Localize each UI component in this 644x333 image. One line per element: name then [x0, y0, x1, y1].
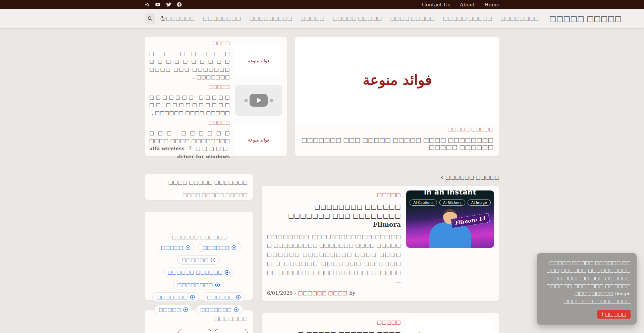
top-link-contact[interactable]: Contact Us [422, 2, 450, 8]
top-links: Contact Us About Home [422, 2, 499, 8]
label-pill[interactable]: □□□□□ [215, 329, 248, 333]
plus-circle-icon [234, 307, 239, 312]
featured-category[interactable]: □□□□□ □□□□□ [301, 126, 493, 132]
camtasia-logo-text: Camtasia [406, 326, 494, 333]
chevron-left-icon: ‹ [441, 174, 443, 180]
cookie-consent-popup: □□ □□□□□□ □□□□□ □□□□□ □□□□□□□□□□ □□□□□□ … [537, 253, 637, 325]
site-title[interactable]: □□□□□ □□□□□ [549, 14, 622, 23]
tag-pill[interactable]: □□□□□□□ [152, 292, 200, 302]
tags-widget: □□□□□□ □□□□□□ □□□□□□ □□□□□ □□□□□□ □□□□□□… [145, 212, 253, 300]
post-title[interactable]: □□□□ □□□□□□ □□□□□ □ □□□□□ □□□□□□□ Camtas… [267, 330, 401, 333]
post-excerpt: □□□□□ □□□□□□□□ □□□ □□□□□□□□ □□□□□ □□□□ □… [267, 232, 401, 286]
widget-link[interactable]: □□□□□ □□□□□ □□□□ [150, 192, 248, 198]
plus-circle-icon [190, 295, 195, 300]
post-category[interactable]: □□□□□ [267, 319, 401, 325]
cookie-learn-more-link[interactable]: □□□□□□□□□ □□ □□□□ [564, 298, 631, 304]
tag-pill[interactable]: □□□□□ [157, 243, 195, 252]
cookie-message: □□ □□□□□□ □□□□□ □□□□□ □□□□□□□□□□ □□□□□□ … [543, 259, 631, 305]
thumbnail-arabic-text: فوائد منوعة [248, 137, 269, 143]
featured-title[interactable]: □□□□□□□□ □□□□ □□□□□ □□□□□ □□□ □□□□□□□ □□… [301, 136, 493, 151]
hero-section: □□□□ □□□□□ □□ □□□□□□□□□□ □□□□□□□ □□□ □□□… [145, 37, 499, 156]
post-category[interactable]: □□□□□ [267, 192, 401, 198]
menu-item-8[interactable]: □□□□□□□□ [500, 15, 538, 21]
featured-image-arabic-text: فوائد منوعة [363, 72, 432, 88]
plus-circle-icon [236, 295, 241, 300]
thumbnail-chip: AI Image [468, 200, 491, 206]
latest-posts-link[interactable]: ‹ □□□□□□ □□□□□ [262, 174, 499, 180]
post-thumbnail[interactable]: فوائد منوعة [235, 125, 282, 156]
post-title[interactable]: □□□□□□ □□□□□□□□ □□□□□□□□ □□□ □□□□□□□ Fil… [267, 202, 401, 229]
page-content: □□□□ □□□□□ □□ □□□□□□□□□□ □□□□□□□ □□□ □□□… [145, 37, 499, 333]
featured-post-card[interactable]: فوائد منوعة □□□□□ □□□□□ □□□□□□□□ □□□□ □□… [295, 37, 499, 156]
search-icon [147, 16, 153, 21]
widget-title: □□□□□□□ □□□□□ □□□□ [150, 179, 248, 185]
moon-icon [160, 15, 166, 21]
top-link-home[interactable]: Home [484, 2, 499, 8]
posts-feed: ‹ □□□□□□ □□□□□ □□□□□ □□□□□□ □□□□□□□□ □□□… [262, 174, 499, 333]
featured-image[interactable]: فوائد منوعة [295, 37, 499, 123]
side-post-1[interactable]: □□□□ □□□□□ □□ □□□□□□□□□□ □□□□□□□ □□□ □□□… [147, 39, 284, 82]
thumbnail-arabic-text: فوائد منوعة [248, 58, 269, 63]
youtube-icon[interactable] [155, 2, 161, 7]
post-thumbnail[interactable]: فوائد منوعة [235, 45, 282, 76]
post-thumbnail-filmora[interactable]: in an instant AI Captions AI Stickers AI… [406, 190, 494, 248]
thumbnail-chip: AI Captions [410, 200, 437, 206]
feed-post-2: □□□□□ □□□□ □□□□□□ □□□□□ □ □□□□□ □□□□□□□ … [262, 313, 499, 333]
twitter-icon[interactable] [166, 2, 171, 7]
menu-item-7[interactable]: □□□□□ □□□□□ [443, 15, 492, 21]
contact-widget: □□□□□□□ □□□□□ □□□□ □□□□□ □□□□□ □□□□ [145, 174, 253, 200]
search-button[interactable] [145, 13, 155, 24]
tag-pill[interactable]: □□□□□□ [177, 255, 220, 265]
post-category[interactable]: □□□□□ [149, 84, 230, 89]
cookie-accept-button[interactable]: □□□□□ ! [597, 310, 631, 319]
menu-item-3[interactable]: □□□□□□□□□ [249, 15, 292, 21]
tag-pill[interactable]: □□□□□□ [203, 292, 245, 302]
thumbnail-chip: AI Stickers [439, 200, 465, 206]
menu-item-2[interactable]: □□□□□□□□ [203, 15, 241, 21]
tags-widget-label: □□□□□□ □□□□□□ [172, 234, 227, 240]
side-post-2[interactable]: □□□□□ □□□□□ □□□□□□□ □□□□□□□□□□ □□ □□□□□ … [147, 82, 284, 118]
menu-item-4[interactable]: □□□□□ [301, 15, 324, 21]
menu-item-1[interactable]: □□□□□□ [166, 15, 195, 21]
plus-circle-icon [231, 245, 236, 250]
social-links [145, 2, 182, 7]
feed-post-1: □□□□□ □□□□□□ □□□□□□□□ □□□□□□□□ □□□ □□□□□… [262, 186, 499, 301]
tag-pill[interactable]: □□□□□□□ [196, 305, 243, 314]
post-author[interactable]: □□□□□□ □□□□ [298, 290, 347, 296]
plus-circle-icon [225, 270, 230, 275]
main-navbar: □□□□□□ □□□□□□□□ □□□□□□□□□ □□□□□ □□□□□ □□… [0, 9, 644, 28]
post-title[interactable]: □□□□□ □□ □□□□□□□□□□ □□□□□□□ □□□ □□□□ □□□… [149, 50, 230, 81]
post-thumbnail-camtasia[interactable]: Camtasia [406, 318, 494, 333]
dark-mode-toggle[interactable] [160, 15, 166, 21]
side-post-3[interactable]: □□□□□ □□□□□□ □□□ □□□□□□□□ □□□□ □□□□ □□□□… [147, 118, 284, 162]
plus-circle-icon [185, 245, 191, 250]
menu-item-6[interactable]: □□□□ □□□□□ [390, 15, 434, 21]
menu-item-5[interactable]: □□□□□ □□□□□ [333, 15, 382, 21]
sidebar: □□□□□□□ □□□□□ □□□□ □□□□□ □□□□□ □□□□ □□□□… [145, 174, 253, 333]
post-video-thumbnail[interactable] [235, 85, 282, 116]
plus-circle-icon [215, 282, 220, 287]
tag-pill[interactable]: □□□□□□ [198, 243, 241, 252]
post-date: 6/01/2025 - [267, 290, 296, 296]
post-category[interactable]: □□□□□ [149, 120, 230, 125]
plus-circle-icon [183, 307, 188, 312]
widget-title: □□□□□□□ [150, 316, 248, 322]
tag-pill[interactable]: □□□□□□□□ [173, 280, 225, 289]
post-title[interactable]: □□□□□□ □□□ □□□□□□□□ □□□□ □□□□ □□□□□ 7 al… [149, 129, 230, 161]
main-menu: □□□□□□ □□□□□□□□ □□□□□□□□□ □□□□□ □□□□□ □□… [166, 15, 539, 21]
top-bar: Contact Us About Home [0, 0, 644, 9]
facebook-icon[interactable] [177, 2, 182, 7]
byline-label: by [349, 290, 355, 296]
post-category[interactable]: □□□□ [149, 40, 230, 46]
top-link-about[interactable]: About [460, 2, 475, 8]
lower-section: □□□□□□□ □□□□□ □□□□ □□□□□ □□□□□ □□□□ □□□□… [145, 174, 499, 333]
thumbnail-headline: in an instant [406, 190, 494, 196]
tag-pill[interactable]: □□□□□ [154, 305, 193, 314]
post-title[interactable]: □□□□□ □□□□□□□ □□□□□□□□□□ □□ □□□□□ □□□□ □… [149, 94, 230, 117]
play-icon [250, 94, 268, 107]
post-meta: 6/01/2025 - □□□□□□ □□□□ by [267, 286, 401, 296]
label-pill[interactable]: □□□□□ [178, 329, 211, 333]
rss-icon[interactable] [145, 2, 150, 7]
tag-pill[interactable]: □□□□□□ □□□□□□ [163, 268, 234, 277]
recent-posts-card: □□□□ □□□□□ □□ □□□□□□□□□□ □□□□□□□ □□□ □□□… [145, 37, 287, 156]
